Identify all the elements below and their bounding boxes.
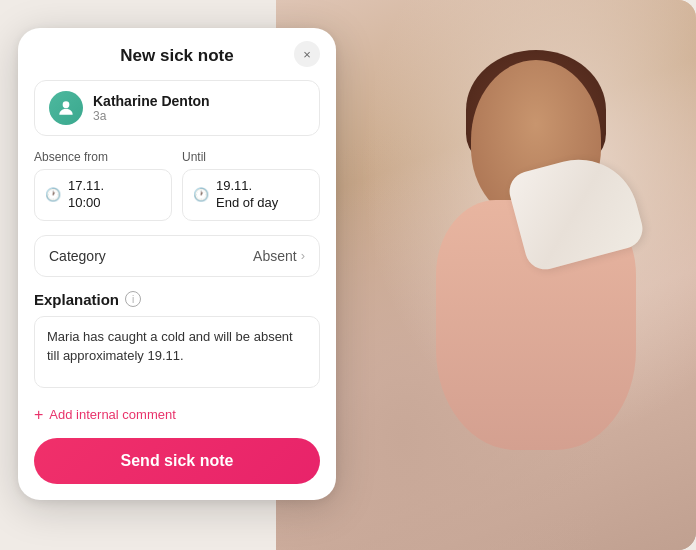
modal-body: Katharine Denton 3a Absence from 🕐 17.11… (18, 80, 336, 438)
add-comment-row[interactable]: + Add internal comment (34, 396, 320, 438)
date-fields: Absence from 🕐 17.11. 10:00 Until 🕐 19.1… (34, 150, 320, 221)
absence-from-input[interactable]: 🕐 17.11. 10:00 (34, 169, 172, 221)
explanation-title: Explanation (34, 291, 119, 308)
absence-until-label: Until (182, 150, 320, 164)
chevron-right-icon: › (301, 248, 305, 263)
sick-note-modal: New sick note × Katharine Denton 3a Abse… (18, 28, 336, 500)
category-selected: Absent (253, 248, 297, 264)
plus-icon: + (34, 406, 43, 424)
add-comment-label: Add internal comment (49, 407, 175, 422)
svg-point-0 (63, 101, 70, 108)
absence-from-group: Absence from 🕐 17.11. 10:00 (34, 150, 172, 221)
explanation-header: Explanation i (34, 291, 320, 308)
until-time: End of day (216, 195, 278, 210)
from-time: 10:00 (68, 195, 101, 210)
until-date: 19.11. (216, 178, 252, 193)
info-icon[interactable]: i (125, 291, 141, 307)
student-name: Katharine Denton (93, 93, 210, 109)
absence-until-group: Until 🕐 19.11. End of day (182, 150, 320, 221)
close-button[interactable]: × (294, 41, 320, 67)
student-row[interactable]: Katharine Denton 3a (34, 80, 320, 136)
absence-from-label: Absence from (34, 150, 172, 164)
clock-icon-from: 🕐 (45, 187, 61, 202)
clock-icon-until: 🕐 (193, 187, 209, 202)
send-button[interactable]: Send sick note (34, 438, 320, 484)
student-info: Katharine Denton 3a (93, 93, 210, 123)
avatar (49, 91, 83, 125)
modal-header: New sick note × (18, 28, 336, 80)
from-date: 17.11. (68, 178, 104, 193)
modal-title: New sick note (120, 46, 233, 66)
category-label: Category (49, 248, 106, 264)
absence-until-value: 19.11. End of day (216, 178, 278, 212)
category-row[interactable]: Category Absent › (34, 235, 320, 277)
explanation-textarea[interactable] (34, 316, 320, 388)
absence-until-input[interactable]: 🕐 19.11. End of day (182, 169, 320, 221)
category-value: Absent › (253, 248, 305, 264)
background-photo (276, 0, 696, 550)
student-class: 3a (93, 109, 210, 123)
absence-from-value: 17.11. 10:00 (68, 178, 104, 212)
